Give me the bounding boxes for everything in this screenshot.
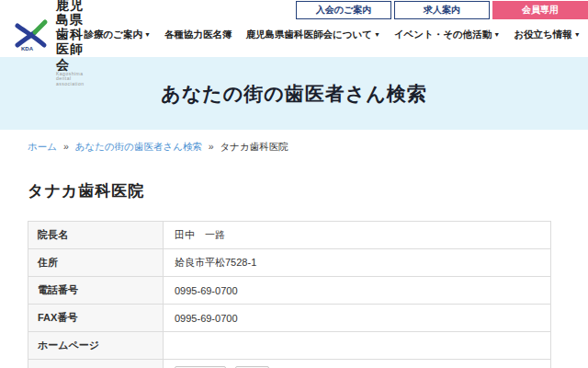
nav-item-label: 鹿児島県歯科医師会について <box>245 29 371 40</box>
main-nav: 診療のご案内▼ 各種協力医名簿 鹿児島県歯科医師会について▼ イベント・その他活… <box>85 29 581 41</box>
chevron-down-icon: ▼ <box>144 31 151 38</box>
row-label-phone: 電話番号 <box>28 277 164 305</box>
chevron-down-icon: ▼ <box>493 31 500 38</box>
logo-text-block: 公益社団法人 鹿児島県歯科医師会 Kagoshima dental associ… <box>56 0 85 87</box>
chevron-down-icon: ▼ <box>374 31 380 38</box>
nav-item-cooperating-doctors[interactable]: 各種協力医名簿 <box>164 29 232 41</box>
members-only-button[interactable]: 会員専用 <box>492 1 588 19</box>
row-label-address: 住所 <box>28 249 164 277</box>
nav-item-clinical-guide[interactable]: 診療のご案内▼ <box>85 29 151 41</box>
org-name-english: Kagoshima dental association <box>56 72 85 87</box>
clinic-detail-table: 院長名 田中 一路 住所 姶良市平松7528-1 電話番号 0995-69-07… <box>28 221 551 368</box>
row-label-fax: FAX番号 <box>28 305 164 332</box>
nav-item-useful-info[interactable]: お役立ち情報▼ <box>514 29 580 41</box>
row-label-director: 院長名 <box>28 222 164 249</box>
org-name-label: 鹿児島県歯科医師会 <box>56 0 85 72</box>
site-header: 入会のご案内 求人案内 会員専用 KDA 公益社団法人 鹿児島県歯科医師会 Ka… <box>0 0 588 57</box>
table-row: 住所 姶良市平松7528-1 <box>28 249 551 277</box>
table-row: FAX番号 0995-69-0700 <box>28 305 551 332</box>
chevron-down-icon: ▼ <box>574 31 581 38</box>
breadcrumb: ホーム » あなたの街の歯医者さん検索 » タナカ歯科医院 <box>28 141 551 154</box>
site-logo[interactable]: KDA 公益社団法人 鹿児島県歯科医師会 Kagoshima dental as… <box>13 0 85 87</box>
breadcrumb-link-home[interactable]: ホーム <box>28 141 57 152</box>
nav-item-label: 各種協力医名簿 <box>164 29 232 40</box>
svg-text:KDA: KDA <box>21 46 34 52</box>
kda-logo-icon: KDA <box>13 18 50 52</box>
row-label-departments: 診療科目 <box>28 360 164 368</box>
header-utility-buttons: 入会のご案内 求人案内 会員専用 <box>296 1 588 19</box>
row-value-fax: 0995-69-0700 <box>164 305 551 332</box>
table-row: 診療科目 小児歯科 歯科 <box>28 360 551 368</box>
row-value-director: 田中 一路 <box>164 222 551 249</box>
main-content: ホーム » あなたの街の歯医者さん検索 » タナカ歯科医院 タナカ歯科医院 院長… <box>0 130 588 368</box>
page-title: あなたの街の歯医者さん検索 <box>161 81 426 107</box>
breadcrumb-separator: » <box>209 141 214 152</box>
table-row: 電話番号 0995-69-0700 <box>28 277 551 305</box>
nav-item-label: お役立ち情報 <box>514 29 572 40</box>
breadcrumb-current: タナカ歯科医院 <box>220 141 288 152</box>
breadcrumb-separator: » <box>63 141 69 152</box>
clinic-name-heading: タナカ歯科医院 <box>28 180 551 201</box>
row-value-departments: 小児歯科 歯科 <box>164 360 551 368</box>
row-value-address: 姶良市平松7528-1 <box>164 249 551 277</box>
table-row: 院長名 田中 一路 <box>28 222 551 249</box>
row-label-homepage: ホームページ <box>28 332 164 360</box>
nav-item-about-association[interactable]: 鹿児島県歯科医師会について▼ <box>245 29 379 41</box>
row-value-homepage <box>164 332 551 360</box>
nav-item-label: 診療のご案内 <box>85 29 143 40</box>
table-row: ホームページ <box>28 332 551 360</box>
nav-item-label: イベント・その他活動 <box>394 29 492 40</box>
hero-banner: あなたの街の歯医者さん検索 <box>0 57 588 130</box>
nav-item-events[interactable]: イベント・その他活動▼ <box>394 29 500 41</box>
join-guide-button[interactable]: 入会のご案内 <box>296 1 391 19</box>
job-info-button[interactable]: 求人案内 <box>394 1 490 19</box>
breadcrumb-link-search[interactable]: あなたの街の歯医者さん検索 <box>75 141 202 152</box>
row-value-phone: 0995-69-0700 <box>164 277 551 305</box>
